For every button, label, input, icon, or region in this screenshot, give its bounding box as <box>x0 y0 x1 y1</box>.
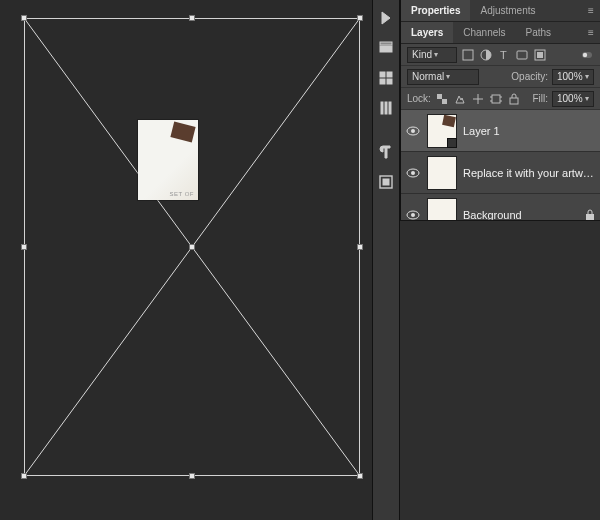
lock-artboard-icon[interactable] <box>489 92 503 106</box>
opacity-input[interactable]: 100% ▾ <box>552 69 594 85</box>
free-transform-bounding-box[interactable]: SET OF <box>24 18 360 476</box>
fill-value: 100% <box>557 93 583 104</box>
svg-rect-25 <box>510 98 518 104</box>
tab-channels[interactable]: Channels <box>453 22 515 43</box>
layer-name[interactable]: Replace it with your artwork <box>463 167 596 179</box>
svg-rect-5 <box>380 72 385 77</box>
svg-rect-22 <box>437 94 442 99</box>
expand-panels-icon[interactable] <box>374 6 398 30</box>
filter-type-icon[interactable]: T <box>497 48 511 62</box>
transform-handle[interactable] <box>21 15 27 21</box>
fill-label: Fill: <box>532 93 548 104</box>
lock-all-icon[interactable] <box>507 92 521 106</box>
transform-handle[interactable] <box>21 244 27 250</box>
svg-rect-8 <box>387 79 392 84</box>
filter-smart-icon[interactable] <box>533 48 547 62</box>
filter-kind-label: Kind <box>412 49 432 60</box>
svg-rect-23 <box>442 99 447 104</box>
layer-name[interactable]: Layer 1 <box>463 125 596 137</box>
visibility-eye-icon[interactable] <box>405 123 421 139</box>
lock-icon[interactable] <box>584 209 596 221</box>
smart-object-badge-icon <box>447 138 457 148</box>
svg-rect-24 <box>492 95 500 103</box>
lock-position-icon[interactable] <box>471 92 485 106</box>
transform-handle[interactable] <box>21 473 27 479</box>
blend-mode-value: Normal <box>412 71 444 82</box>
color-panel-icon[interactable] <box>374 36 398 60</box>
placed-image-content <box>170 122 195 143</box>
svg-point-29 <box>411 171 415 175</box>
layer-list: Layer 1 Replace it with your artwork Bac… <box>401 110 600 236</box>
transform-handle[interactable] <box>357 244 363 250</box>
svg-rect-7 <box>380 79 385 84</box>
chevron-down-icon: ▾ <box>585 94 589 103</box>
canvas-area[interactable]: SET OF <box>0 0 372 520</box>
chevron-down-icon: ▾ <box>585 72 589 81</box>
transform-handle[interactable] <box>189 473 195 479</box>
opacity-value: 100% <box>557 71 583 82</box>
opacity-label: Opacity: <box>511 71 548 82</box>
character-panel-icon[interactable] <box>374 170 398 194</box>
tab-paths[interactable]: Paths <box>516 22 562 43</box>
svg-rect-9 <box>381 102 383 114</box>
tab-layers[interactable]: Layers <box>401 22 453 43</box>
svg-point-31 <box>411 213 415 217</box>
libraries-panel-icon[interactable] <box>374 96 398 120</box>
placed-image-caption: SET OF <box>169 191 194 197</box>
visibility-eye-icon[interactable] <box>405 165 421 181</box>
transform-center-handle[interactable] <box>189 244 195 250</box>
svg-rect-19 <box>537 52 543 58</box>
chevron-down-icon: ▾ <box>434 50 438 59</box>
layer-thumbnail[interactable] <box>427 156 457 190</box>
svg-point-27 <box>411 129 415 133</box>
layer-row[interactable]: Replace it with your artwork <box>401 152 600 194</box>
filter-shape-icon[interactable] <box>515 48 529 62</box>
panel-menu-icon[interactable]: ≡ <box>582 27 600 38</box>
fill-input[interactable]: 100% ▾ <box>552 91 594 107</box>
tab-properties[interactable]: Properties <box>401 0 470 21</box>
filter-adjust-icon[interactable] <box>479 48 493 62</box>
lock-image-icon[interactable] <box>453 92 467 106</box>
svg-rect-13 <box>383 179 389 185</box>
svg-rect-4 <box>380 42 392 45</box>
panel-menu-icon[interactable]: ≡ <box>582 5 600 16</box>
svg-text:T: T <box>500 49 507 61</box>
properties-tab-row: Properties Adjustments ≡ <box>401 0 600 22</box>
transform-handle[interactable] <box>357 15 363 21</box>
lock-label: Lock: <box>407 93 431 104</box>
svg-rect-17 <box>517 51 527 59</box>
svg-rect-14 <box>463 50 473 60</box>
placed-smart-object[interactable]: SET OF <box>138 120 198 200</box>
swatches-panel-icon[interactable] <box>374 66 398 90</box>
lock-transparent-icon[interactable] <box>435 92 449 106</box>
layers-tab-row: Layers Channels Paths ≡ <box>401 22 600 44</box>
layer-thumbnail[interactable] <box>427 114 457 148</box>
transform-handle[interactable] <box>189 15 195 21</box>
svg-rect-32 <box>586 214 594 220</box>
svg-rect-11 <box>389 102 391 114</box>
collapsed-panel-dock <box>372 0 400 520</box>
transform-handle[interactable] <box>357 473 363 479</box>
filter-kind-select[interactable]: Kind ▾ <box>407 47 457 63</box>
chevron-down-icon: ▾ <box>446 72 450 81</box>
lock-row: Lock: Fill: 100% ▾ <box>401 88 600 110</box>
tab-adjustments[interactable]: Adjustments <box>470 0 545 21</box>
blend-mode-row: Normal ▾ Opacity: 100% ▾ <box>401 66 600 88</box>
filter-toggle-switch[interactable] <box>580 48 594 62</box>
svg-rect-10 <box>385 102 387 114</box>
layer-filter-row: Kind ▾ T <box>401 44 600 66</box>
svg-rect-3 <box>380 46 392 52</box>
paragraph-panel-icon[interactable] <box>374 140 398 164</box>
svg-rect-6 <box>387 72 392 77</box>
panel-empty-area <box>400 220 600 520</box>
layer-name[interactable]: Background <box>463 209 578 221</box>
svg-point-21 <box>583 52 587 56</box>
blend-mode-select[interactable]: Normal ▾ <box>407 69 479 85</box>
layer-row[interactable]: Layer 1 <box>401 110 600 152</box>
filter-pixel-icon[interactable] <box>461 48 475 62</box>
svg-marker-2 <box>382 12 390 24</box>
